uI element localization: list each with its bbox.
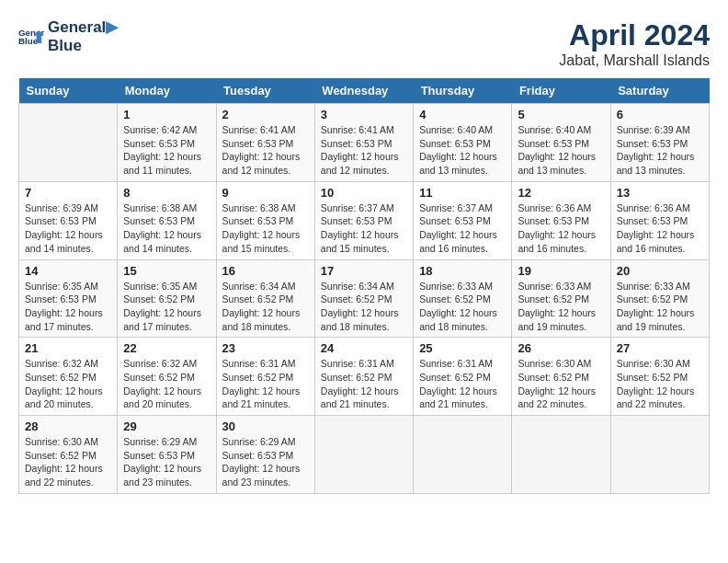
day-number: 6: [617, 108, 703, 121]
table-row: 16 Sunrise: 6:34 AM Sunset: 6:52 PM Dayl…: [216, 259, 314, 338]
day-number: 8: [123, 186, 210, 200]
day-number: 2: [222, 108, 309, 121]
table-row: 17 Sunrise: 6:34 AM Sunset: 6:52 PM Dayl…: [314, 259, 413, 338]
col-sunday: Sunday: [19, 78, 118, 104]
calendar-week-row: 14 Sunrise: 6:35 AM Sunset: 6:53 PM Dayl…: [19, 259, 710, 338]
col-wednesday: Wednesday: [314, 78, 413, 104]
table-row: 21 Sunrise: 6:32 AM Sunset: 6:52 PM Dayl…: [19, 338, 118, 416]
calendar-week-row: 1 Sunrise: 6:42 AM Sunset: 6:53 PM Dayli…: [19, 104, 710, 182]
table-row: 12 Sunrise: 6:36 AM Sunset: 6:53 PM Dayl…: [512, 181, 610, 259]
day-detail: Sunrise: 6:35 AM Sunset: 6:52 PM Dayligh…: [123, 280, 210, 334]
table-row: 22 Sunrise: 6:32 AM Sunset: 6:52 PM Dayl…: [118, 338, 216, 416]
day-number: 10: [321, 186, 407, 200]
table-row: 26 Sunrise: 6:30 AM Sunset: 6:52 PM Dayl…: [512, 338, 610, 416]
day-number: 20: [617, 264, 703, 278]
table-row: 6 Sunrise: 6:39 AM Sunset: 6:53 PM Dayli…: [610, 104, 709, 182]
day-number: 4: [419, 108, 506, 121]
col-friday: Friday: [512, 78, 610, 104]
logo-text: General▶: [48, 18, 118, 37]
day-number: 30: [222, 419, 309, 433]
day-detail: Sunrise: 6:41 AM Sunset: 6:53 PM Dayligh…: [321, 123, 407, 178]
day-number: 14: [25, 264, 111, 278]
day-number: 18: [419, 264, 506, 278]
table-row: [512, 416, 610, 494]
day-number: 13: [617, 186, 703, 200]
svg-text:Blue: Blue: [18, 37, 39, 47]
month-year-title: April 2024: [559, 18, 710, 52]
table-row: 2 Sunrise: 6:41 AM Sunset: 6:53 PM Dayli…: [216, 104, 314, 182]
day-detail: Sunrise: 6:34 AM Sunset: 6:52 PM Dayligh…: [222, 280, 309, 334]
calendar-header-row: Sunday Monday Tuesday Wednesday Thursday…: [19, 78, 710, 104]
table-row: 9 Sunrise: 6:38 AM Sunset: 6:53 PM Dayli…: [216, 181, 314, 259]
day-number: 7: [25, 186, 111, 200]
table-row: 4 Sunrise: 6:40 AM Sunset: 6:53 PM Dayli…: [414, 104, 512, 182]
day-number: 25: [419, 341, 506, 355]
day-number: 5: [518, 108, 604, 121]
title-block: April 2024 Jabat, Marshall Islands: [559, 18, 710, 69]
table-row: 7 Sunrise: 6:39 AM Sunset: 6:53 PM Dayli…: [19, 181, 118, 259]
logo: General Blue General▶ Blue: [18, 18, 118, 56]
day-detail: Sunrise: 6:38 AM Sunset: 6:53 PM Dayligh…: [123, 201, 210, 256]
day-number: 26: [518, 341, 604, 355]
table-row: 18 Sunrise: 6:33 AM Sunset: 6:52 PM Dayl…: [414, 259, 512, 338]
table-row: 30 Sunrise: 6:29 AM Sunset: 6:53 PM Dayl…: [216, 416, 314, 494]
day-number: 15: [123, 264, 210, 278]
calendar-table: Sunday Monday Tuesday Wednesday Thursday…: [18, 78, 710, 494]
day-detail: Sunrise: 6:30 AM Sunset: 6:52 PM Dayligh…: [617, 357, 703, 411]
day-detail: Sunrise: 6:32 AM Sunset: 6:52 PM Dayligh…: [123, 357, 210, 411]
table-row: [19, 104, 118, 182]
table-row: 15 Sunrise: 6:35 AM Sunset: 6:52 PM Dayl…: [118, 259, 216, 338]
day-detail: Sunrise: 6:32 AM Sunset: 6:52 PM Dayligh…: [25, 357, 111, 411]
day-number: 27: [617, 341, 703, 355]
table-row: [414, 416, 512, 494]
day-detail: Sunrise: 6:37 AM Sunset: 6:53 PM Dayligh…: [321, 201, 407, 256]
day-detail: Sunrise: 6:36 AM Sunset: 6:53 PM Dayligh…: [617, 201, 703, 256]
day-detail: Sunrise: 6:31 AM Sunset: 6:52 PM Dayligh…: [419, 357, 506, 411]
day-detail: Sunrise: 6:30 AM Sunset: 6:52 PM Dayligh…: [25, 435, 111, 489]
day-number: 3: [321, 108, 407, 121]
table-row: 13 Sunrise: 6:36 AM Sunset: 6:53 PM Dayl…: [610, 181, 709, 259]
day-number: 17: [321, 264, 407, 278]
table-row: 1 Sunrise: 6:42 AM Sunset: 6:53 PM Dayli…: [118, 104, 216, 182]
day-detail: Sunrise: 6:33 AM Sunset: 6:52 PM Dayligh…: [617, 280, 703, 334]
day-detail: Sunrise: 6:37 AM Sunset: 6:53 PM Dayligh…: [419, 201, 506, 256]
table-row: 28 Sunrise: 6:30 AM Sunset: 6:52 PM Dayl…: [19, 416, 118, 494]
day-detail: Sunrise: 6:40 AM Sunset: 6:53 PM Dayligh…: [518, 123, 604, 178]
table-row: 29 Sunrise: 6:29 AM Sunset: 6:53 PM Dayl…: [118, 416, 216, 494]
day-number: 21: [25, 341, 111, 355]
page-header: General Blue General▶ Blue April 2024 Ja…: [18, 18, 710, 69]
table-row: 19 Sunrise: 6:33 AM Sunset: 6:52 PM Dayl…: [512, 259, 610, 338]
day-number: 22: [123, 341, 210, 355]
day-number: 16: [222, 264, 309, 278]
table-row: [314, 416, 413, 494]
day-detail: Sunrise: 6:31 AM Sunset: 6:52 PM Dayligh…: [321, 357, 407, 411]
day-number: 1: [123, 108, 210, 121]
day-detail: Sunrise: 6:29 AM Sunset: 6:53 PM Dayligh…: [222, 435, 309, 489]
day-detail: Sunrise: 6:41 AM Sunset: 6:53 PM Dayligh…: [222, 123, 309, 178]
day-detail: Sunrise: 6:42 AM Sunset: 6:53 PM Dayligh…: [123, 123, 210, 178]
day-detail: Sunrise: 6:34 AM Sunset: 6:52 PM Dayligh…: [321, 280, 407, 334]
table-row: 14 Sunrise: 6:35 AM Sunset: 6:53 PM Dayl…: [19, 259, 118, 338]
day-number: 29: [123, 419, 210, 433]
day-detail: Sunrise: 6:30 AM Sunset: 6:52 PM Dayligh…: [518, 357, 604, 411]
location-title: Jabat, Marshall Islands: [559, 52, 710, 69]
logo-subtext: Blue: [48, 37, 118, 55]
day-number: 23: [222, 341, 309, 355]
day-number: 24: [321, 341, 407, 355]
day-detail: Sunrise: 6:39 AM Sunset: 6:53 PM Dayligh…: [617, 123, 703, 178]
day-detail: Sunrise: 6:40 AM Sunset: 6:53 PM Dayligh…: [419, 123, 506, 178]
logo-icon: General Blue: [18, 24, 44, 50]
col-tuesday: Tuesday: [216, 78, 314, 104]
table-row: 5 Sunrise: 6:40 AM Sunset: 6:53 PM Dayli…: [512, 104, 610, 182]
table-row: 23 Sunrise: 6:31 AM Sunset: 6:52 PM Dayl…: [216, 338, 314, 416]
table-row: 8 Sunrise: 6:38 AM Sunset: 6:53 PM Dayli…: [118, 181, 216, 259]
table-row: 27 Sunrise: 6:30 AM Sunset: 6:52 PM Dayl…: [610, 338, 709, 416]
col-thursday: Thursday: [414, 78, 512, 104]
calendar-week-row: 21 Sunrise: 6:32 AM Sunset: 6:52 PM Dayl…: [19, 338, 710, 416]
day-detail: Sunrise: 6:33 AM Sunset: 6:52 PM Dayligh…: [518, 280, 604, 334]
table-row: 20 Sunrise: 6:33 AM Sunset: 6:52 PM Dayl…: [610, 259, 709, 338]
day-number: 28: [25, 419, 111, 433]
table-row: 25 Sunrise: 6:31 AM Sunset: 6:52 PM Dayl…: [414, 338, 512, 416]
col-monday: Monday: [118, 78, 216, 104]
calendar-week-row: 7 Sunrise: 6:39 AM Sunset: 6:53 PM Dayli…: [19, 181, 710, 259]
